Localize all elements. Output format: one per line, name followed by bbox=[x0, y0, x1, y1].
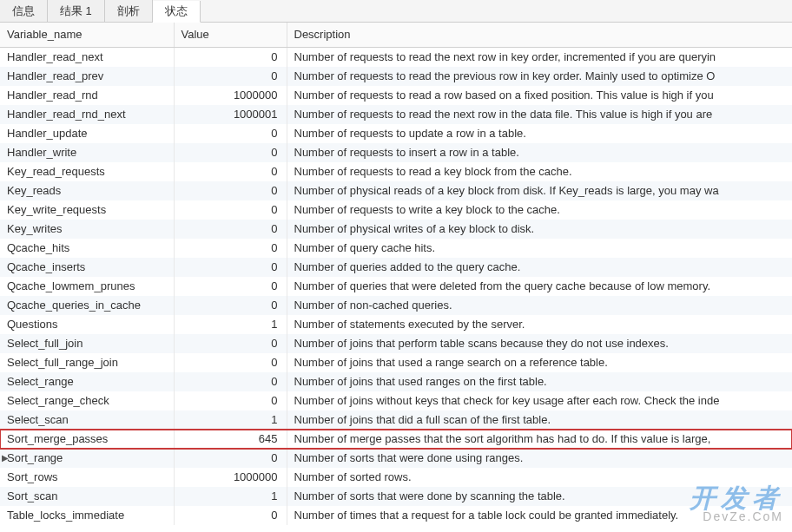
cell-description: Number of merge passes that the sort alg… bbox=[287, 430, 792, 449]
header-description[interactable]: Description bbox=[287, 23, 792, 47]
cell-description: Number of sorted rows. bbox=[287, 468, 792, 487]
cell-variable-name: Select_range_check bbox=[0, 391, 174, 410]
cell-variable-name: Handler_read_prev bbox=[0, 67, 174, 86]
table-row[interactable]: Key_write_requests0Number of requests to… bbox=[0, 200, 792, 220]
cell-variable-name: Select_full_range_join bbox=[0, 353, 174, 372]
cell-description: Number of non-cached queries. bbox=[287, 296, 792, 315]
cell-value: 0 bbox=[174, 143, 287, 162]
cell-variable-name: Qcache_inserts bbox=[0, 258, 174, 277]
cell-variable-name: Sort_rows bbox=[0, 468, 174, 487]
cell-value: 0 bbox=[174, 391, 287, 410]
cell-description: Number of joins that used ranges on the … bbox=[287, 372, 792, 391]
cell-description: Number of requests to update a row in a … bbox=[287, 124, 792, 143]
cell-variable-name: Qcache_queries_in_cache bbox=[0, 296, 174, 315]
row-indicator-icon: ▶ bbox=[2, 451, 9, 465]
cell-description: Number of statements executed by the ser… bbox=[287, 315, 792, 334]
cell-value: 0 bbox=[174, 47, 287, 67]
cell-variable-name: ▶Sort_range bbox=[0, 449, 174, 468]
table-row[interactable]: ▶Sort_range0Number of sorts that were do… bbox=[0, 449, 792, 468]
table-row[interactable]: Sort_merge_passes645Number of merge pass… bbox=[0, 430, 792, 449]
cell-description: Number of requests to read the next row … bbox=[287, 47, 792, 67]
cell-variable-name: Key_read_requests bbox=[0, 162, 174, 181]
cell-description: Number of physical writes of a key block… bbox=[287, 220, 792, 239]
table-row[interactable]: Select_full_join0Number of joins that pe… bbox=[0, 334, 792, 353]
cell-value: 0 bbox=[174, 124, 287, 143]
table-row[interactable]: Key_reads0Number of physical reads of a … bbox=[0, 181, 792, 200]
cell-variable-name: Handler_write bbox=[0, 143, 174, 162]
cell-value: 0 bbox=[174, 353, 287, 372]
cell-description: Number of queries that were deleted from… bbox=[287, 277, 792, 296]
cell-value: 1 bbox=[174, 315, 287, 334]
cell-description: Number of sorts that were done by scanni… bbox=[287, 487, 792, 506]
cell-description: Number of joins that perform table scans… bbox=[287, 334, 792, 353]
cell-value: 1 bbox=[174, 487, 287, 506]
table-row[interactable]: Qcache_inserts0Number of queries added t… bbox=[0, 258, 792, 277]
cell-description: Number of requests to read a key block f… bbox=[287, 162, 792, 181]
cell-value: 0 bbox=[174, 258, 287, 277]
cell-value: 0 bbox=[174, 334, 287, 353]
table-row[interactable]: Questions1Number of statements executed … bbox=[0, 315, 792, 334]
cell-variable-name: Select_range bbox=[0, 372, 174, 391]
tab-profile[interactable]: 剖析 bbox=[105, 0, 153, 22]
table-body: Handler_read_next0Number of requests to … bbox=[0, 47, 792, 525]
table-row[interactable]: Qcache_lowmem_prunes0Number of queries t… bbox=[0, 277, 792, 296]
cell-description: Number of joins without keys that check … bbox=[287, 391, 792, 410]
table-row[interactable]: Sort_rows1000000Number of sorted rows. bbox=[0, 468, 792, 487]
cell-description: Number of joins that used a range search… bbox=[287, 353, 792, 372]
table-row[interactable]: Qcache_hits0Number of query cache hits. bbox=[0, 239, 792, 258]
table-row[interactable]: Handler_read_prev0Number of requests to … bbox=[0, 67, 792, 86]
tab-result-1[interactable]: 结果 1 bbox=[48, 0, 105, 22]
table-row[interactable]: Key_read_requests0Number of requests to … bbox=[0, 162, 792, 181]
cell-variable-name: Handler_read_next bbox=[0, 47, 174, 67]
tab-status[interactable]: 状态 bbox=[153, 1, 201, 23]
cell-description: Number of sorts that were done using ran… bbox=[287, 449, 792, 468]
cell-value: 1000001 bbox=[174, 105, 287, 124]
cell-description: Number of requests to read the previous … bbox=[287, 67, 792, 86]
tab-info[interactable]: 信息 bbox=[0, 0, 48, 22]
table-row[interactable]: Sort_scan1Number of sorts that were done… bbox=[0, 487, 792, 506]
cell-variable-name: Sort_merge_passes bbox=[0, 430, 174, 449]
cell-value: 0 bbox=[174, 239, 287, 258]
cell-variable-name: Table_locks_immediate bbox=[0, 506, 174, 525]
table-row[interactable]: Table_locks_immediate0Number of times th… bbox=[0, 506, 792, 525]
table-header-row: Variable_name Value Description bbox=[0, 23, 792, 47]
cell-variable-name: Select_full_join bbox=[0, 334, 174, 353]
table-row[interactable]: Handler_read_rnd_next1000001Number of re… bbox=[0, 105, 792, 124]
tab-bar: 信息 结果 1 剖析 状态 bbox=[0, 0, 792, 23]
cell-variable-name: Key_writes bbox=[0, 220, 174, 239]
cell-description: Number of requests to read a row based o… bbox=[287, 86, 792, 105]
cell-variable-name: Handler_read_rnd_next bbox=[0, 105, 174, 124]
table-row[interactable]: Handler_write0Number of requests to inse… bbox=[0, 143, 792, 162]
cell-value: 0 bbox=[174, 181, 287, 200]
table-row[interactable]: Select_scan1Number of joins that did a f… bbox=[0, 410, 792, 430]
cell-value: 0 bbox=[174, 220, 287, 239]
table-row[interactable]: Handler_update0Number of requests to upd… bbox=[0, 124, 792, 143]
table-row[interactable]: Qcache_queries_in_cache0Number of non-ca… bbox=[0, 296, 792, 315]
cell-value: 1 bbox=[174, 410, 287, 430]
cell-variable-name: Key_reads bbox=[0, 181, 174, 200]
cell-value: 0 bbox=[174, 296, 287, 315]
cell-description: Number of requests to insert a row in a … bbox=[287, 143, 792, 162]
table-row[interactable]: Handler_read_rnd1000000Number of request… bbox=[0, 86, 792, 105]
cell-value: 0 bbox=[174, 277, 287, 296]
table-row[interactable]: Handler_read_next0Number of requests to … bbox=[0, 47, 792, 67]
table-row[interactable]: Select_range0Number of joins that used r… bbox=[0, 372, 792, 391]
status-table-container: Variable_name Value Description Handler_… bbox=[0, 23, 792, 525]
header-value[interactable]: Value bbox=[174, 23, 287, 47]
table-row[interactable]: Key_writes0Number of physical writes of … bbox=[0, 220, 792, 239]
cell-description: Number of physical reads of a key block … bbox=[287, 181, 792, 200]
header-variable-name[interactable]: Variable_name bbox=[0, 23, 174, 47]
cell-value: 1000000 bbox=[174, 468, 287, 487]
cell-value: 0 bbox=[174, 506, 287, 525]
cell-description: Number of query cache hits. bbox=[287, 239, 792, 258]
cell-variable-name: Qcache_lowmem_prunes bbox=[0, 277, 174, 296]
cell-description: Number of queries added to the query cac… bbox=[287, 258, 792, 277]
table-row[interactable]: Select_range_check0Number of joins witho… bbox=[0, 391, 792, 410]
cell-variable-name: Handler_update bbox=[0, 124, 174, 143]
cell-value: 645 bbox=[174, 430, 287, 449]
status-table: Variable_name Value Description Handler_… bbox=[0, 23, 792, 525]
cell-value: 0 bbox=[174, 200, 287, 220]
cell-description: Number of requests to write a key block … bbox=[287, 200, 792, 220]
cell-variable-name: Handler_read_rnd bbox=[0, 86, 174, 105]
table-row[interactable]: Select_full_range_join0Number of joins t… bbox=[0, 353, 792, 372]
